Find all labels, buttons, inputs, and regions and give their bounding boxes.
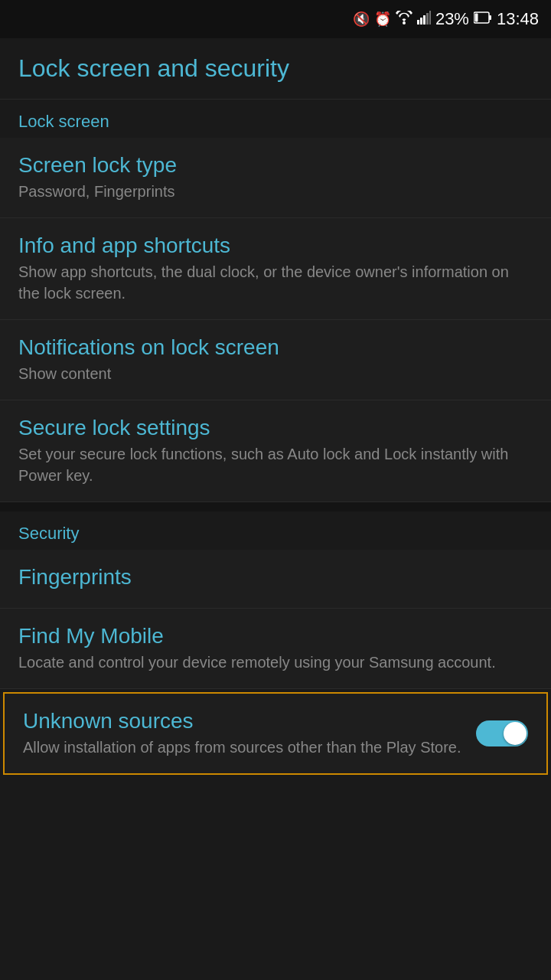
signal-icon [417, 11, 431, 28]
secure-lock-settings-subtitle: Set your secure lock functions, such as … [18, 443, 533, 486]
unknown-sources-content: Unknown sources Allow installation of ap… [23, 709, 476, 758]
find-my-mobile-item[interactable]: Find My Mobile Locate and control your d… [0, 609, 551, 689]
find-my-mobile-subtitle: Locate and control your device remotely … [18, 652, 533, 673]
screen-lock-type-subtitle: Password, Fingerprints [18, 181, 533, 202]
info-app-shortcuts-item[interactable]: Info and app shortcuts Show app shortcut… [0, 218, 551, 320]
unknown-sources-subtitle: Allow installation of apps from sources … [23, 737, 464, 758]
section-label-security: Security [0, 511, 551, 550]
fingerprints-title: Fingerprints [18, 565, 533, 590]
toggle-knob [504, 722, 527, 745]
secure-lock-settings-item[interactable]: Secure lock settings Set your secure loc… [0, 400, 551, 502]
svg-rect-5 [429, 11, 431, 24]
notifications-lock-screen-subtitle: Show content [18, 363, 533, 384]
notifications-lock-screen-item[interactable]: Notifications on lock screen Show conten… [0, 320, 551, 400]
wifi-icon [396, 11, 412, 28]
unknown-sources-toggle[interactable] [476, 720, 528, 746]
mute-icon: 🔇 [353, 11, 370, 28]
section-separator [0, 502, 551, 511]
info-app-shortcuts-title: Info and app shortcuts [18, 234, 533, 258]
svg-rect-2 [420, 18, 422, 24]
svg-rect-8 [474, 13, 478, 21]
secure-lock-settings-title: Secure lock settings [18, 416, 533, 440]
screen-lock-type-title: Screen lock type [18, 153, 533, 178]
info-app-shortcuts-subtitle: Show app shortcuts, the dual clock, or t… [18, 261, 533, 304]
screen-lock-type-item[interactable]: Screen lock type Password, Fingerprints [0, 138, 551, 218]
page-title: Lock screen and security [18, 54, 289, 83]
status-icons: 🔇 ⏰ 23% 13:48 [353, 9, 539, 29]
page-header: Lock screen and security [0, 38, 551, 100]
svg-rect-1 [417, 20, 419, 24]
find-my-mobile-title: Find My Mobile [18, 624, 533, 648]
svg-rect-4 [426, 13, 429, 24]
unknown-sources-title: Unknown sources [23, 709, 464, 733]
unknown-sources-item[interactable]: Unknown sources Allow installation of ap… [3, 692, 548, 775]
section-label-lock-screen: Lock screen [0, 100, 551, 138]
svg-point-0 [403, 21, 406, 24]
fingerprints-item[interactable]: Fingerprints [0, 550, 551, 609]
status-bar: 🔇 ⏰ 23% 13:48 [0, 0, 551, 38]
svg-rect-7 [489, 15, 491, 20]
battery-icon [474, 11, 492, 28]
clock: 13:48 [497, 9, 539, 29]
notifications-lock-screen-title: Notifications on lock screen [18, 335, 533, 360]
alarm-icon: ⏰ [374, 11, 391, 28]
svg-rect-3 [423, 15, 425, 24]
battery-percentage: 23% [435, 9, 469, 29]
